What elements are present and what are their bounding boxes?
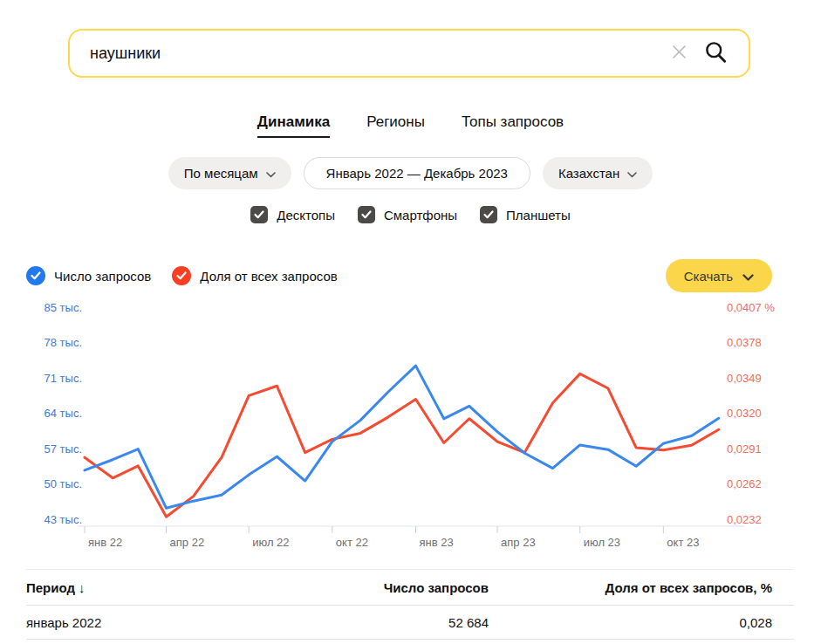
checked-checkbox-icon: [358, 206, 375, 223]
close-icon: [672, 45, 687, 62]
chart-line-share: [85, 373, 719, 517]
check-circle-icon: [26, 266, 45, 285]
region-select[interactable]: Казахстан: [543, 157, 653, 189]
period-value: Январь 2022 — Декабрь 2023: [326, 166, 508, 181]
x-axis-tick-label: янв 23: [420, 536, 454, 549]
column-label: Период: [26, 580, 75, 595]
cell-period: январь 2022: [26, 615, 270, 630]
x-axis-tick-label: июл 22: [252, 536, 289, 549]
checkbox-tablets[interactable]: Планшеты: [480, 206, 571, 223]
left-axis-label: 85 тыс.: [44, 301, 82, 314]
checked-checkbox-icon: [250, 206, 268, 223]
left-axis-label: 57 тыс.: [44, 442, 82, 456]
right-axis-label: 0,0320: [727, 407, 762, 420]
grouping-value: По месяцам: [184, 166, 258, 181]
column-header-queries[interactable]: Число запросов: [270, 580, 489, 595]
device-label: Планшеты: [506, 208, 571, 223]
x-axis-tick-label: окт 23: [667, 536, 699, 549]
search-icon: [704, 40, 728, 66]
table-header: Период↓ Число запросов Доля от всех запр…: [26, 569, 794, 606]
chevron-down-icon: [627, 166, 637, 181]
period-range-button[interactable]: Январь 2022 — Декабрь 2023: [304, 157, 530, 189]
tabs: Динамика Регионы Топы запросов: [0, 113, 821, 138]
tab-regions[interactable]: Регионы: [366, 113, 425, 138]
right-axis-label: 0,0349: [727, 372, 762, 385]
x-axis-tick-label: апр 22: [170, 536, 205, 549]
left-axis-label: 43 тыс.: [44, 513, 82, 526]
search-submit-button[interactable]: [704, 40, 728, 66]
right-axis-label: 0,0262: [727, 477, 762, 490]
wordstat-page: Динамика Регионы Топы запросов По месяца…: [0, 0, 821, 644]
dynamics-chart: 85 тыс.78 тыс.71 тыс.64 тыс.57 тыс.50 ты…: [0, 297, 821, 558]
column-header-period[interactable]: Период↓: [26, 580, 270, 595]
left-axis-label: 71 тыс.: [44, 372, 82, 385]
check-circle-icon: [172, 266, 191, 285]
region-value: Казахстан: [558, 166, 619, 181]
download-label: Скачать: [684, 269, 733, 284]
device-label: Смартфоны: [384, 208, 457, 223]
sort-desc-icon: ↓: [79, 580, 86, 595]
legend-toggle-share[interactable]: Доля от всех запросов: [172, 266, 337, 285]
grouping-select[interactable]: По месяцам: [168, 157, 291, 189]
checkbox-smartphones[interactable]: Смартфоны: [358, 206, 457, 223]
cell-queries: 52 684: [270, 615, 489, 630]
checkbox-desktops[interactable]: Десктопы: [250, 206, 335, 223]
device-label: Десктопы: [277, 208, 335, 223]
tab-dynamics[interactable]: Динамика: [257, 113, 330, 138]
legend-label: Доля от всех запросов: [200, 269, 337, 284]
cell-share: 0,028: [489, 615, 794, 630]
clear-search-button[interactable]: [672, 45, 687, 62]
stats-table: Период↓ Число запросов Доля от всех запр…: [26, 569, 794, 640]
checked-checkbox-icon: [480, 206, 497, 223]
left-axis-label: 50 тыс.: [44, 477, 82, 490]
tab-top-queries[interactable]: Топы запросов: [462, 113, 564, 138]
search-input[interactable]: [70, 45, 672, 63]
download-button[interactable]: Скачать: [666, 259, 772, 292]
right-axis-label: 0,0291: [727, 442, 762, 456]
chevron-down-icon: [742, 269, 754, 284]
right-axis-label: 0,0232: [727, 513, 762, 526]
filter-bar: По месяцам Январь 2022 — Декабрь 2023 Ка…: [0, 157, 821, 189]
search-bar: [68, 29, 750, 78]
chevron-down-icon: [266, 166, 276, 181]
left-axis-label: 78 тыс.: [44, 336, 82, 349]
device-filters: Десктопы Смартфоны Планшеты: [0, 206, 821, 223]
x-axis-tick-label: янв 22: [88, 536, 122, 549]
x-axis-tick-label: апр 23: [501, 536, 536, 549]
table-row: январь 2022 52 684 0,028: [26, 606, 794, 640]
x-axis-tick-label: июл 23: [584, 536, 620, 549]
column-header-share[interactable]: Доля от всех запросов, %: [489, 580, 794, 595]
x-axis-tick-label: окт 22: [336, 536, 368, 549]
legend-label: Число запросов: [54, 269, 151, 284]
left-axis-label: 64 тыс.: [44, 407, 82, 420]
right-axis-label: 0,0378: [727, 336, 762, 349]
legend-toggle-queries[interactable]: Число запросов: [26, 266, 151, 285]
right-axis-label: 0,0407 %: [727, 301, 775, 314]
chart-controls: Число запросов Доля от всех запросов Ска…: [26, 259, 772, 292]
chart-line-queries: [85, 366, 719, 508]
